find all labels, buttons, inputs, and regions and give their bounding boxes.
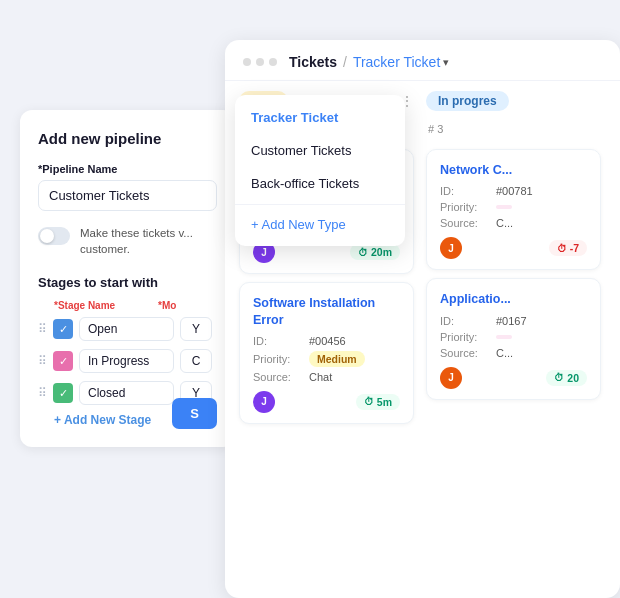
toggle-label: Make these tickets v... customer. <box>80 225 217 257</box>
ticket-id-row-0167: ID: #0167 <box>440 315 587 327</box>
stage-row-open: ⠿ ✓ <box>38 317 217 341</box>
stages-header: *Stage Name *Mo <box>38 300 217 311</box>
window-dots <box>243 58 277 66</box>
ticket-id-row-00456: ID: #00456 <box>253 335 400 347</box>
col-title-inprogress: In progres <box>426 91 509 111</box>
breadcrumb-sub[interactable]: Tracker Ticket ▾ <box>353 54 449 70</box>
stage-name-input-open[interactable] <box>79 317 174 341</box>
ticket-footer-0167: J ⏱ 20 <box>440 367 587 389</box>
ticket-source-row-00456: Source: Chat <box>253 371 400 383</box>
col-count-inprogress: # 3 <box>426 123 601 135</box>
ticket-priority-row-00456: Priority: Medium <box>253 351 400 367</box>
time-badge-00123: ⏱ 20m <box>350 244 400 260</box>
priority-badge-00781 <box>496 205 512 209</box>
priority-badge-0167 <box>496 335 512 339</box>
dot-3 <box>269 58 277 66</box>
pipeline-name-label: *Pipeline Name <box>38 163 217 175</box>
ticket-card-00456[interactable]: Software Installation Error ID: #00456 P… <box>239 282 414 424</box>
drag-handle-inprogress[interactable]: ⠿ <box>38 354 47 368</box>
clock-icon-4: ⏱ <box>554 372 564 383</box>
avatar-00456: J <box>253 391 275 413</box>
stage-name-input-closed[interactable] <box>79 381 174 405</box>
ticket-type-dropdown[interactable]: Tracker Ticket Customer Tickets Back-off… <box>235 95 405 246</box>
save-button[interactable]: S <box>172 398 217 429</box>
stage-icon-closed: ✓ <box>53 383 73 403</box>
kanban-col-inprogress: In progres # 3 Network C... ID: #00781 P… <box>426 91 601 579</box>
dropdown-add-type-button[interactable]: + Add New Type <box>235 209 405 240</box>
breadcrumb-separator: / <box>343 54 347 70</box>
make-tickets-toggle[interactable] <box>38 227 70 245</box>
dot-2 <box>256 58 264 66</box>
panel-title: Add new pipeline <box>38 130 217 147</box>
ticket-source-row-0167: Source: C... <box>440 347 587 359</box>
stage-row-inprogress: ⠿ ✓ <box>38 349 217 373</box>
dropdown-item-backoffice[interactable]: Back-office Tickets <box>235 167 405 200</box>
time-badge-00781: ⏱ -7 <box>549 240 587 256</box>
kanban-breadcrumb: Tickets / Tracker Ticket ▾ <box>289 54 449 70</box>
col-header-inprogress: In progres <box>426 91 601 111</box>
stages-section-title: Stages to start with <box>38 275 217 290</box>
drag-handle-open[interactable]: ⠿ <box>38 322 47 336</box>
ticket-priority-row-0167: Priority: <box>440 331 587 343</box>
ticket-title-00456: Software Installation Error <box>253 295 400 328</box>
dropdown-divider <box>235 204 405 205</box>
toggle-row: Make these tickets v... customer. <box>38 225 217 257</box>
ticket-card-0167[interactable]: Applicatio... ID: #0167 Priority: Source… <box>426 278 601 399</box>
time-badge-00456: ⏱ 5m <box>356 394 400 410</box>
stage-name-input-inprogress[interactable] <box>79 349 174 373</box>
pipeline-name-input[interactable] <box>38 180 217 211</box>
avatar-0167: J <box>440 367 462 389</box>
dropdown-item-tracker[interactable]: Tracker Ticket <box>235 101 405 134</box>
stage-mode-input-open[interactable] <box>180 317 212 341</box>
time-badge-0167: ⏱ 20 <box>546 370 587 386</box>
priority-badge-00456: Medium <box>309 351 365 367</box>
ticket-title-00781: Network C... <box>440 162 587 178</box>
dropdown-item-customer[interactable]: Customer Tickets <box>235 134 405 167</box>
drag-handle-closed[interactable]: ⠿ <box>38 386 47 400</box>
ticket-footer-00781: J ⏱ -7 <box>440 237 587 259</box>
ticket-card-00781[interactable]: Network C... ID: #00781 Priority: Source… <box>426 149 601 270</box>
dot-1 <box>243 58 251 66</box>
ticket-footer-00456: J ⏱ 5m <box>253 391 400 413</box>
kanban-header: Tickets / Tracker Ticket ▾ <box>225 40 620 81</box>
breadcrumb-main: Tickets <box>289 54 337 70</box>
ticket-source-row-00781: Source: C... <box>440 217 587 229</box>
stage-mode-col-label: *Mo <box>158 300 198 311</box>
clock-icon-3: ⏱ <box>557 243 567 254</box>
stage-mode-input-inprogress[interactable] <box>180 349 212 373</box>
stage-icon-inprogress: ✓ <box>53 351 73 371</box>
stage-name-col-label: *Stage Name <box>54 300 154 311</box>
clock-icon: ⏱ <box>358 247 368 258</box>
clock-icon-2: ⏱ <box>364 396 374 407</box>
ticket-priority-row-00781: Priority: <box>440 201 587 213</box>
chevron-down-icon: ▾ <box>443 56 449 69</box>
ticket-id-row-00781: ID: #00781 <box>440 185 587 197</box>
ticket-title-0167: Applicatio... <box>440 291 587 307</box>
avatar-00781: J <box>440 237 462 259</box>
stage-icon-open: ✓ <box>53 319 73 339</box>
add-pipeline-panel: Add new pipeline *Pipeline Name Make the… <box>20 110 235 447</box>
